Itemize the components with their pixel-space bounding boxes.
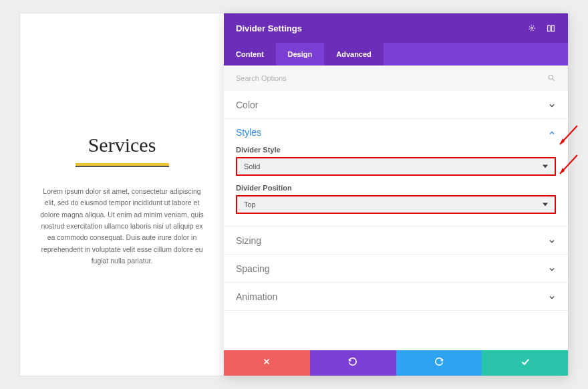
divider-position-label: Divider Position [236,184,556,192]
panel-body: Color Styles Divider Style Solid [224,91,568,350]
dropdown-caret-icon [543,165,548,168]
chevron-down-icon [548,293,556,301]
svg-point-1 [529,25,535,31]
tab-design[interactable]: Design [276,43,325,66]
preview-heading: Services [37,134,206,156]
section-animation[interactable]: Animation [224,283,568,311]
chevron-up-icon [548,128,556,136]
svg-rect-3 [551,25,554,31]
page-preview: Services Lorem ipsum dolor sit amet, con… [20,13,224,376]
divider-position-value: Top [244,201,256,209]
divider-style-select[interactable]: Solid [236,157,556,176]
section-color-label: Color [236,100,258,110]
focus-icon[interactable] [527,23,537,33]
preview-divider [76,163,169,167]
dropdown-caret-icon [543,203,548,207]
check-icon [520,356,531,370]
tab-advanced[interactable]: Advanced [324,43,384,66]
divider-style-label: Divider Style [236,146,556,154]
undo-icon [347,356,358,370]
section-spacing-label: Spacing [236,263,270,274]
save-button[interactable] [482,350,568,376]
undo-button[interactable] [310,350,396,376]
divider-style-value: Solid [244,162,260,170]
panel-title: Divider Settings [236,23,302,33]
cancel-button[interactable] [224,350,310,376]
svg-line-5 [553,78,555,80]
search-placeholder: Search Options [236,74,287,82]
divider-position-select[interactable]: Top [236,195,556,214]
canvas: Services Lorem ipsum dolor sit amet, con… [20,13,568,376]
section-color[interactable]: Color [224,91,568,119]
svg-point-0 [531,27,533,29]
svg-rect-2 [547,25,550,31]
redo-icon [434,356,444,370]
section-sizing-label: Sizing [236,235,261,246]
section-styles-header[interactable]: Styles [236,127,556,138]
search-row[interactable]: Search Options [224,66,568,91]
chevron-down-icon [548,265,556,273]
panel-tabs: Content Design Advanced [224,43,568,66]
chevron-down-icon [548,237,556,245]
panel-footer [224,350,568,376]
columns-icon[interactable] [545,23,556,33]
section-sizing[interactable]: Sizing [224,227,568,255]
section-styles-label: Styles [236,127,261,138]
settings-panel: Divider Settings Content Design Advanced… [224,13,568,376]
close-icon [262,357,271,369]
section-styles: Styles Divider Style Solid Divider Posit… [224,119,568,227]
section-animation-label: Animation [236,291,277,302]
redo-button[interactable] [396,350,482,376]
section-spacing[interactable]: Spacing [224,255,568,283]
tab-content[interactable]: Content [224,43,276,66]
panel-header[interactable]: Divider Settings [224,13,568,43]
search-icon [547,74,556,84]
chevron-down-icon [548,101,556,109]
preview-body-text: Lorem ipsum dolor sit amet, consectetur … [37,186,206,267]
svg-point-4 [549,75,553,80]
